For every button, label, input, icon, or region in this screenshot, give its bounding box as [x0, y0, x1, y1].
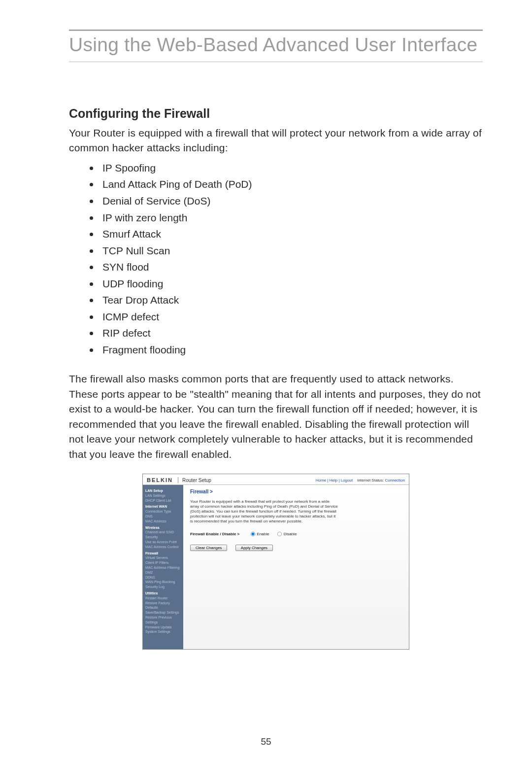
page-number: 55	[0, 736, 532, 747]
sidebar-item[interactable]: Virtual Servers	[145, 555, 181, 560]
option-label: Firewall Enable / Disable >	[190, 532, 239, 536]
section-title: Configuring the Firewall	[69, 106, 483, 121]
sidebar-group[interactable]: Internet WAN	[145, 504, 181, 509]
sidebar-item[interactable]: MAC Address Control	[145, 545, 181, 550]
sidebar-item[interactable]: Restart Router	[145, 596, 181, 601]
sidebar-item[interactable]: Firmware Update	[145, 625, 181, 630]
sidebar-item[interactable]: Channel and SSID	[145, 530, 181, 535]
list-item: RIP defect	[100, 325, 483, 342]
sidebar-item[interactable]: System Settings	[145, 629, 181, 634]
sidebar-group[interactable]: Firewall	[145, 551, 181, 556]
sidebar-item[interactable]: LAN Settings	[145, 493, 181, 498]
sidebar-item[interactable]: Security Log	[145, 585, 181, 589]
sidebar-item[interactable]: DNS	[145, 514, 181, 519]
intro-text: Your Router is equipped with a firewall …	[69, 126, 483, 156]
sidebar-item[interactable]: DDNS	[145, 575, 181, 580]
list-item: Fragment flooding	[100, 342, 483, 358]
list-item: Smurf Attack	[100, 226, 483, 242]
sidebar-item[interactable]: Connection Type	[145, 509, 181, 514]
sidebar-item[interactable]: WAN Ping Blocking	[145, 580, 181, 585]
sidebar-item[interactable]: Security	[145, 535, 181, 540]
sidebar-item[interactable]: MAC Address Filtering	[145, 565, 181, 570]
status-label: Internet Status:	[357, 478, 384, 483]
sidebar-item[interactable]: DMZ	[145, 570, 181, 575]
list-item: Tear Drop Attack	[100, 292, 483, 309]
breadcrumb[interactable]: Firewall >	[190, 489, 402, 494]
list-item: IP Spoofing	[100, 160, 483, 176]
router-ui-screenshot: BELKIN Router Setup Home | Help | Logout…	[142, 474, 409, 650]
clear-changes-button[interactable]: Clear Changes	[190, 545, 227, 551]
sidebar-item[interactable]: Restore Previous Settings	[145, 615, 181, 625]
sidebar-group[interactable]: LAN Setup	[145, 488, 181, 493]
disable-option[interactable]: Disable	[276, 532, 297, 536]
sidebar-group[interactable]: Utilities	[145, 591, 181, 596]
list-item: Land Attack Ping of Death (PoD)	[100, 176, 483, 193]
list-item: UDP flooding	[100, 276, 483, 292]
explain-text: The firewall also masks common ports tha…	[69, 372, 483, 462]
attack-list: IP SpoofingLand Attack Ping of Death (Po…	[69, 160, 483, 358]
sidebar-item[interactable]: Restore Factory Defaults	[145, 601, 181, 611]
sidebar-item[interactable]: Use as Access Point	[145, 540, 181, 545]
status-value: Connection	[385, 478, 405, 483]
apply-changes-button[interactable]: Apply Changes	[235, 545, 273, 551]
sidebar-item[interactable]: Client IP Filters	[145, 560, 181, 565]
sidebar-item[interactable]: DHCP Client List	[145, 498, 181, 503]
enable-radio[interactable]	[250, 532, 255, 536]
enable-option[interactable]: Enable	[250, 532, 269, 536]
list-item: SYN flood	[100, 259, 483, 276]
disable-radio[interactable]	[277, 532, 282, 536]
sidebar-item[interactable]: MAC Address	[145, 519, 181, 524]
list-item: TCP Null Scan	[100, 242, 483, 259]
router-setup-label: Router Setup	[182, 478, 211, 483]
sidebar-group[interactable]: Wireless	[145, 525, 181, 530]
router-sidebar: LAN SetupLAN SettingsDHCP Client ListInt…	[143, 485, 183, 649]
page-header: Using the Web-Based Advanced User Interf…	[69, 34, 483, 56]
list-item: IP with zero length	[100, 209, 483, 226]
list-item: ICMP defect	[100, 309, 483, 325]
list-item: Denial of Service (DoS)	[100, 193, 483, 209]
firewall-description: Your Router is equipped with a firewall …	[190, 499, 338, 524]
brand-logo: BELKIN	[147, 477, 178, 483]
sidebar-item[interactable]: Save/Backup Settings	[145, 610, 181, 615]
top-nav-links[interactable]: Home | Help | Logout	[316, 478, 353, 483]
